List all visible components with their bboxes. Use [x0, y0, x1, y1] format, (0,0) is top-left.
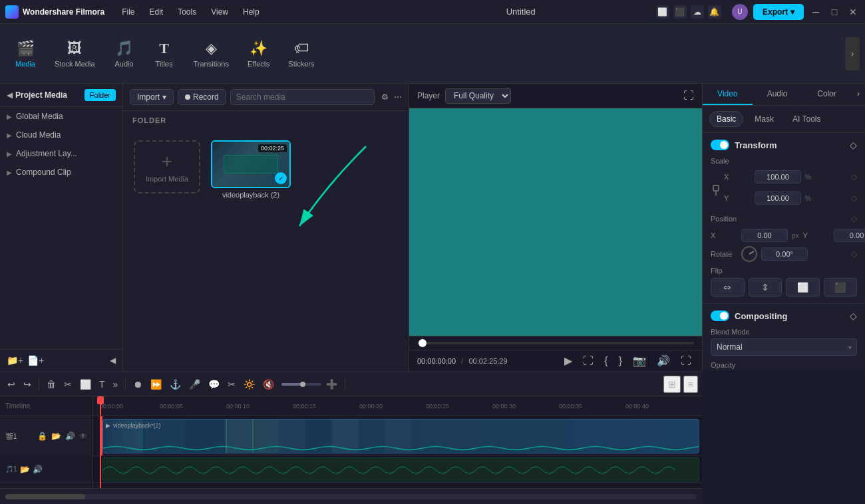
menu-edit[interactable]: Edit [142, 5, 170, 19]
fullscreen-button[interactable]: ⛶ [580, 354, 596, 368]
reset-rotate-icon[interactable]: ◇ [851, 249, 857, 259]
audio-lock-icon[interactable]: 📂 [20, 465, 30, 474]
snapshot-btn[interactable]: 📷 [630, 353, 649, 368]
toolbar-stickers[interactable]: 🏷 Stickers [279, 35, 323, 73]
import-button[interactable]: Import ▾ [130, 89, 174, 105]
nav-cloud-media[interactable]: ▶ Cloud Media [0, 126, 122, 144]
reset-scale-y-icon[interactable]: ◇ [851, 193, 857, 203]
reset-position-icon[interactable]: ◇ [851, 214, 857, 223]
timeline-scroll-thumb[interactable] [5, 494, 85, 499]
scale-y-input[interactable] [755, 191, 801, 205]
filter-icon[interactable]: ⚙ [381, 92, 389, 102]
timeline-scroll-track[interactable] [5, 494, 697, 499]
flip-v2-btn[interactable]: ⬛ [824, 278, 858, 297]
tl-voice-btn[interactable]: 🎤 [186, 377, 204, 392]
export-button[interactable]: Export ▾ [753, 4, 804, 20]
compositing-toggle[interactable] [711, 311, 729, 321]
nav-adjustment-layer[interactable]: ▶ Adjustment Lay... [0, 144, 122, 163]
tl-grid-btn[interactable]: ⊞ [663, 376, 681, 393]
menu-file[interactable]: File [115, 5, 141, 19]
track-fold-icon[interactable]: 📂 [51, 432, 61, 441]
tl-cut-btn[interactable]: ✂ [61, 377, 75, 392]
window-minimize-btn[interactable]: ─ [809, 5, 822, 19]
lock-scale-icon[interactable] [711, 185, 721, 195]
pip-btn[interactable]: ⛶ [678, 354, 694, 368]
tl-caption-btn[interactable]: 💬 [205, 377, 223, 392]
menu-help[interactable]: Help [236, 5, 266, 19]
cloud-icon[interactable]: ☁ [691, 5, 704, 19]
transform-expand-icon[interactable]: ◇ [850, 140, 857, 150]
tab-video[interactable]: Video [703, 84, 753, 105]
nav-compound-clip[interactable]: ▶ Compound Clip [0, 163, 122, 182]
tl-more1-btn[interactable]: » [110, 377, 122, 392]
transform-toggle[interactable] [711, 140, 729, 150]
folder-button[interactable]: Folder [85, 89, 116, 101]
preview-expand-icon[interactable]: ⛶ [683, 90, 694, 102]
quality-select[interactable]: Full Quality [445, 88, 511, 104]
toolbar-titles[interactable]: T Titles [144, 35, 184, 73]
media-item[interactable]: 00:02:25 ✓ videoplayback (2) [211, 140, 291, 360]
more-options-icon[interactable]: ⋯ [394, 92, 402, 102]
position-x-input[interactable] [741, 229, 788, 242]
subtab-mask[interactable]: Mask [747, 111, 781, 127]
add-folder-btn[interactable]: 📁+ [7, 355, 23, 366]
menu-tools[interactable]: Tools [171, 5, 203, 19]
tab-audio[interactable]: Audio [753, 84, 802, 105]
track-lock-icon[interactable]: 🔒 [37, 432, 47, 441]
nav-global-media[interactable]: ▶ Global Media [0, 107, 122, 126]
position-y-input[interactable] [834, 229, 865, 242]
tl-mute-btn[interactable]: 🔇 [260, 377, 277, 392]
tl-speed-btn[interactable]: ⏩ [147, 377, 165, 392]
expand-tabs-icon[interactable]: › [852, 84, 865, 105]
tl-effect-btn[interactable]: 🔆 [240, 377, 258, 392]
rotate-knob[interactable] [741, 246, 757, 262]
video-clip[interactable]: ▶ videoplayback*(2) [102, 419, 699, 453]
reset-scale-x-icon[interactable]: ◇ [851, 172, 857, 182]
play-button[interactable]: ▶ [562, 353, 575, 368]
flip-vertical-btn[interactable]: ⇕ [749, 278, 782, 297]
subtab-ai-tools[interactable]: AI Tools [785, 111, 828, 127]
audio-clip[interactable] [102, 457, 699, 481]
rotate-input[interactable] [761, 247, 808, 261]
scale-x-input[interactable] [755, 170, 801, 184]
tl-redo-btn[interactable]: ↪ [20, 377, 35, 392]
tl-list-btn[interactable]: ≡ [683, 376, 698, 393]
tl-volume-slider[interactable] [281, 383, 321, 386]
search-input[interactable] [230, 89, 375, 105]
add-item-btn[interactable]: 📄+ [27, 355, 44, 366]
tl-ai-btn[interactable]: ✂ [224, 377, 239, 392]
panel-collapse-icon[interactable]: ◀ [7, 90, 13, 100]
import-media-placeholder[interactable]: + Import Media [134, 140, 200, 193]
record-button[interactable]: Record [178, 89, 226, 105]
menu-view[interactable]: View [204, 5, 235, 19]
blend-mode-select[interactable]: Normal Dissolve Multiply Screen Overlay [711, 338, 857, 356]
mark-in-btn[interactable]: { [602, 354, 610, 368]
toolbar-expand-btn[interactable]: › [845, 37, 860, 70]
track-eye-icon[interactable]: 👁 [79, 432, 87, 441]
flip-h2-btn[interactable]: ⬜ [786, 278, 820, 297]
tl-text-btn[interactable]: T [96, 377, 108, 392]
tl-plus-btn[interactable]: ➕ [323, 377, 341, 392]
collapse-panel-btn[interactable]: ◀ [110, 356, 116, 365]
mark-out-btn[interactable]: } [616, 354, 625, 368]
flip-horizontal-btn[interactable]: ⇔ [711, 278, 745, 297]
audio-volume-icon[interactable]: 🔊 [33, 465, 43, 474]
tl-undo-btn[interactable]: ↩ [4, 377, 19, 392]
toolbar-audio[interactable]: 🎵 Audio [104, 35, 144, 73]
tl-record-btn[interactable]: ⏺ [130, 377, 146, 392]
tl-delete-btn[interactable]: 🗑 [43, 377, 59, 392]
tab-color[interactable]: Color [802, 84, 852, 105]
restore-icon[interactable]: ⬛ [673, 5, 687, 19]
toolbar-stock-media[interactable]: 🖼 Stock Media [45, 35, 104, 73]
bell-icon[interactable]: 🔔 [708, 5, 721, 19]
track-volume-icon[interactable]: 🔊 [65, 432, 75, 441]
window-close-btn[interactable]: ✕ [846, 5, 860, 19]
playhead-bar[interactable] [417, 342, 694, 344]
window-maximize-btn[interactable]: □ [828, 5, 841, 19]
minimize-icon[interactable]: ⬜ [656, 5, 669, 19]
tl-stab-btn[interactable]: ⚓ [166, 377, 184, 392]
toolbar-media[interactable]: 🎬 Media [5, 35, 45, 73]
compositing-expand-icon[interactable]: ◇ [850, 311, 857, 321]
subtab-basic[interactable]: Basic [709, 111, 743, 127]
toolbar-transitions[interactable]: ◈ Transitions [184, 35, 238, 73]
